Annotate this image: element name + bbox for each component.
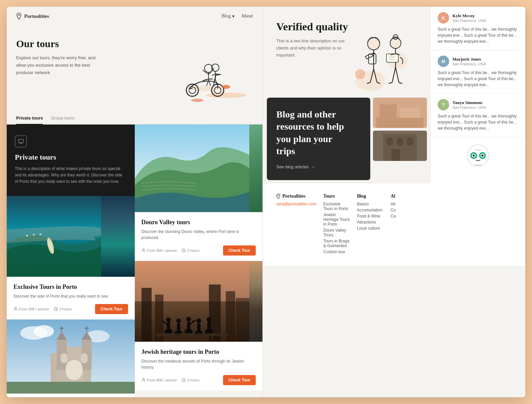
review-text-1: Such a great Tour of this be... we thoro… [438,26,519,44]
footer-alt-title: Al [390,194,417,199]
jewish-duration-item: 3 hours [182,378,199,382]
blog-see-articles-link[interactable]: See blog articles → [276,164,361,169]
blog-images [373,98,427,180]
svg-rect-98 [407,137,413,146]
douro-check-tour-button[interactable]: Check Tour [223,245,256,256]
clock-icon-2 [182,248,186,252]
reviewer-info-3: Tanya Simmons San Francisco, USA [452,100,486,109]
exclusive-check-tour-button[interactable]: Check Tour [95,304,128,314]
svg-point-16 [26,235,28,237]
blog-nav-link[interactable]: Blog ▾ [222,13,234,19]
svg-rect-91 [380,104,397,118]
footer-col-tours: Tours Exclusive Tours in Porto Jewish He… [323,194,350,256]
footer-tours-title: Tours [323,194,350,199]
clock-icon-3 [182,378,186,382]
svg-point-23 [34,325,54,337]
svg-point-100 [278,195,279,196]
svg-rect-96 [386,137,393,146]
blog-image-1-icon [373,98,427,128]
review-item-1: K Kyle Mccoy San Francisco, USA Such a g… [431,7,525,50]
jewish-description: Discover the medieval secrets of Porto t… [142,358,256,370]
svg-point-17 [33,234,35,236]
blog-area: Blog and other resources to help you pla… [263,94,431,183]
svg-point-0 [18,14,20,15]
verified-title: Verified quality [276,20,350,33]
svg-point-61 [186,317,191,322]
exclusive-tours-info-card: Exclusive Tours in Porto Discover the si… [7,277,135,319]
footer-brand-logo: Portoalities [276,194,317,199]
footer-alt-link-3[interactable]: Ca [390,214,417,218]
douro-meta-left: From 80€ / person 3 hours [142,248,200,252]
reviewer-name-1: Kyle Mccoy [452,13,486,19]
blog-image-2-icon [373,131,427,161]
footer-link-braga[interactable]: Tours in Braga & Guimarães [323,239,350,248]
footer-blog-basics[interactable]: Basics [357,202,384,206]
footer-col-brand: Portoalities sara@portoalities.com [276,194,317,256]
footer-link-exclusive[interactable]: Exclusive Tours in Porto [323,202,350,211]
douro-description: Discover the stunning Douro Valley, wher… [142,229,256,241]
footer-blog-food[interactable]: Food & Wine [357,214,384,218]
braga-tours-photo [7,319,135,394]
jewish-photo [135,261,263,342]
footer-link-jewish[interactable]: Jewish Heritage Tours in Porto [323,212,350,227]
douro-title: Douro Valley tours [142,219,256,226]
reviewer-location-1: San Francisco, USA [452,19,486,23]
footer-link-custom[interactable]: Custom tour [323,249,350,254]
tourists-illustration-icon [350,20,417,94]
right-panel: Verified quality This is a two line desc… [263,7,525,397]
footer-email[interactable]: sara@portoalities.com [276,202,317,206]
tab-private-tours[interactable]: Private tours [16,112,43,125]
verified-text: Verified quality This is a two line desc… [276,20,350,59]
svg-point-107 [481,155,483,157]
footer-alt-link-1[interactable]: Ab [390,202,417,206]
col-left: Private tours This is a description of w… [7,125,135,397]
jewish-check-tour-button[interactable]: Check Tour [223,375,256,385]
footer-link-douro[interactable]: Douro Valley Tours [323,228,350,237]
douro-duration-text: 3 hours [187,248,199,252]
svg-rect-54 [167,322,170,332]
left-panel: Portoalities Blog ▾ About Our tours Expl… [7,7,263,397]
reviewer-location-2: San Francisco, USA [452,62,486,66]
tab-group-tours[interactable]: Group tours [51,112,74,125]
svg-text:Travellers': Travellers' [474,164,482,166]
svg-text:Choice: Choice [475,149,481,151]
jewish-duration-text: 3 hours [187,378,199,382]
review-item-3: T Tanya Simmons San Francisco, USA Such … [431,94,525,137]
hero-section: Our tours Explore our tours, they're wor… [7,26,262,112]
blog-title: Blog and other resources to help you pla… [276,108,350,158]
footer-blog-culture[interactable]: Local culture [357,226,384,231]
about-nav-link[interactable]: About [241,13,253,19]
douro-photo [135,125,263,212]
navbar: Portoalities Blog ▾ About [7,7,262,26]
footer-content: Portoalities sara@portoalities.com Tours… [276,194,417,256]
footer-blog-accomodation[interactable]: Accomodation [357,208,384,212]
review-text-2: Such a great Tour of this be... we thoro… [438,70,519,88]
tour-tabs: Private tours Group tours [7,112,262,125]
svg-rect-99 [392,149,400,161]
blog-image-2 [373,131,427,161]
person-icon-3 [142,378,146,382]
footer-blog-attractions[interactable]: Attractions [357,220,384,225]
jewish-info-card: Jewish heritage tours in Porto Discover … [135,342,263,391]
private-card-title: Private tours [15,153,127,162]
svg-line-89 [399,82,402,83]
svg-rect-48 [236,298,249,342]
svg-rect-11 [19,139,23,143]
hero-title: Our tours [16,38,159,49]
footer: Portoalities sara@portoalities.com Tours… [263,183,431,266]
footer-alt-link-2[interactable]: Co [390,208,417,212]
svg-point-18 [39,233,41,235]
exclusive-tours-photo [7,196,135,277]
douro-price-text: From 80€ / person [147,248,177,252]
exclusive-tours-title: Exclusive Tours in Porto [13,283,128,291]
braga-info-card: Tours in Braga and Guimarães [7,394,135,397]
exclusive-price-text: From 80€ / person [19,307,49,311]
right-top-section: Verified quality This is a two line desc… [263,7,525,266]
douro-duration-item: 3 hours [182,248,199,252]
svg-rect-36 [61,353,67,363]
svg-rect-57 [197,323,200,333]
svg-point-77 [355,69,365,79]
svg-point-9 [222,85,230,89]
logo[interactable]: Portoalities [16,13,49,20]
reviewer-location-3: San Francisco, USA [452,105,486,109]
